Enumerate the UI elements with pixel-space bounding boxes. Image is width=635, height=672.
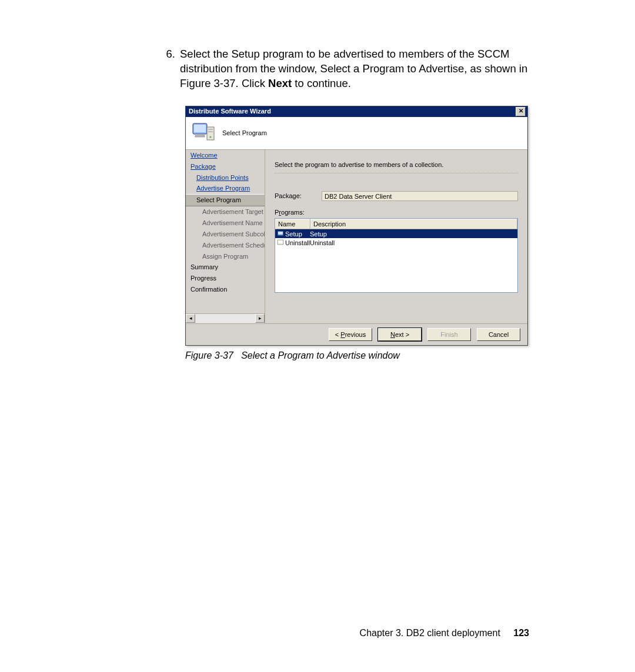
computer-icon [192,121,215,145]
svg-rect-10 [278,240,283,243]
wizard-button-row: < Previous Next > Finish Cancel [186,323,527,345]
sidebar-item-advertise-program[interactable]: Advertise Program [186,183,265,194]
sidebar-item-assign-program: Assign Program [186,251,265,262]
program-row-setup[interactable]: Setup Setup [275,229,517,238]
svg-rect-4 [208,129,213,130]
sidebar-item-package[interactable]: Package [186,161,265,172]
cancel-button[interactable]: Cancel [477,328,520,341]
sidebar-item-advertisement-subcollect: Advertisement Subcollec [186,229,265,240]
col-description[interactable]: Description [310,219,517,230]
svg-rect-8 [278,232,283,235]
package-value: DB2 Data Server Client [322,191,518,201]
sidebar-scrollbar[interactable]: ◂ ▸ [186,313,265,323]
sidebar-item-summary: Summary [186,262,265,273]
programs-list[interactable]: Name Description Setup Setup [275,218,518,293]
sidebar-item-welcome[interactable]: Welcome [186,150,265,161]
scroll-right-icon[interactable]: ▸ [255,314,265,323]
sidebar-item-advertisement-schedule: Advertisement Schedule [186,240,265,251]
program-icon [276,230,284,238]
finish-button: Finish [427,328,471,341]
sidebar-item-distribution-points[interactable]: Distribution Points [186,172,265,183]
scroll-left-icon[interactable]: ◂ [186,314,195,323]
sidebar-item-select-program[interactable]: Select Program [186,194,265,206]
svg-rect-1 [194,125,206,132]
step-6: 6. Select the Setup program to be advert… [159,47,529,91]
programs-header: Name Description [275,219,517,230]
svg-rect-5 [208,131,213,132]
page-footer: Chapter 3. DB2 client deployment 123 [0,627,635,640]
sidebar-item-advertisement-target: Advertisement Target [186,206,265,218]
distribute-software-wizard-window: Distribute Software Wizard ✕ Select Prog… [185,106,528,346]
instruction-text: Select the program to advertise to membe… [275,161,518,173]
figure-caption: Figure 3-37 Select a Program to Advertis… [185,349,529,362]
programs-label: Programs: [275,208,518,217]
sidebar-item-advertisement-name: Advertisement Name [186,218,265,229]
next-button[interactable]: Next > [378,328,422,341]
wizard-sidebar: Welcome Package Distribution Points Adve… [186,150,265,323]
package-label: Package: [275,192,322,200]
previous-button[interactable]: < Previous [329,328,372,341]
close-icon[interactable]: ✕ [516,107,526,116]
sidebar-item-progress: Progress [186,273,265,284]
step-number: 6. [159,47,175,62]
wizard-header: Select Program [186,117,527,150]
title-bar: Distribute Software Wizard ✕ [186,106,527,117]
wizard-page-title: Select Program [222,129,267,138]
step-text: Select the Setup program to be advertise… [180,47,529,91]
program-row-uninstall[interactable]: Uninstall Uninstall [275,238,517,247]
col-name[interactable]: Name [275,219,310,230]
wizard-content: Select the program to advertise to membe… [265,150,527,323]
sidebar-item-confirmation: Confirmation [186,284,265,295]
program-icon [276,239,284,246]
window-title: Distribute Software Wizard [189,107,271,116]
svg-rect-2 [195,135,205,137]
svg-point-6 [209,136,211,138]
